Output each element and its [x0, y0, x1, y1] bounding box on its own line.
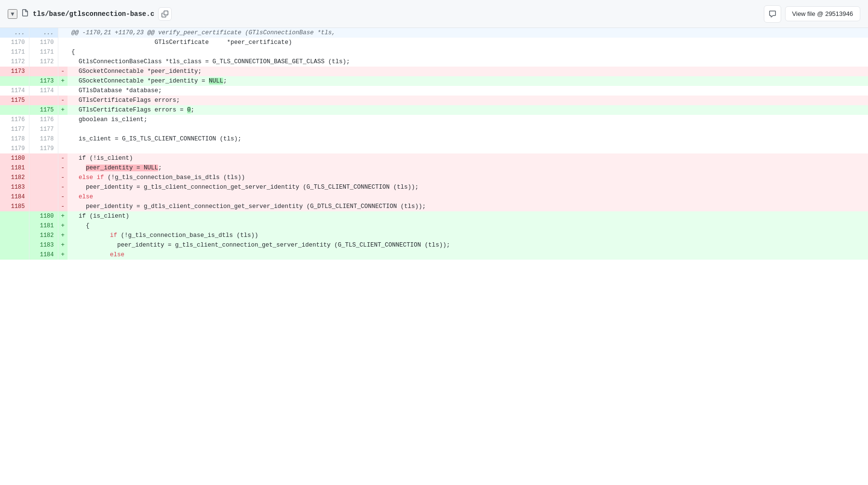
new-line-num — [29, 67, 58, 76]
new-line-num: 1173 — [29, 76, 58, 86]
code-content: else — [68, 250, 868, 260]
code-content: if (!is_client) — [68, 153, 868, 163]
old-line-num — [0, 76, 29, 86]
new-line-num: 1181 — [29, 221, 58, 231]
diff-sign — [58, 125, 68, 134]
code-content: GTlsDatabase *database; — [68, 86, 868, 96]
hunk-new-line: ... — [29, 28, 58, 38]
old-line-num: 1181 — [0, 163, 29, 173]
comment-button[interactable] — [764, 5, 781, 23]
hunk-sign — [58, 28, 68, 38]
table-row: 1183 - peer_identity = g_tls_client_conn… — [0, 182, 868, 192]
new-line-num: 1171 — [29, 47, 58, 57]
new-line-num: 1170 — [29, 38, 58, 47]
table-row: 1184 + else — [0, 250, 868, 260]
diff-sign: + — [58, 240, 68, 250]
view-file-button[interactable]: View file @ 29513946 — [785, 6, 860, 21]
old-line-num: 1179 — [0, 144, 29, 153]
old-line-num: 1176 — [0, 115, 29, 125]
old-line-num — [0, 250, 29, 260]
header-left: ▼ tls/base/gtlsconnection-base.c — [8, 7, 172, 21]
diff-sign: - — [58, 192, 68, 202]
diff-sign: - — [58, 173, 68, 182]
code-content: is_client = G_IS_TLS_CLIENT_CONNECTION (… — [68, 134, 868, 144]
new-line-num — [29, 192, 58, 202]
table-row: 1176 1176 gboolean is_client; — [0, 115, 868, 125]
old-line-num — [0, 231, 29, 240]
table-row: 1170 1170 GTlsCertificate *peer_certific… — [0, 38, 868, 47]
diff-sign: - — [58, 202, 68, 211]
new-line-num — [29, 202, 58, 211]
old-line-num: 1173 — [0, 67, 29, 76]
code-content: else — [68, 192, 868, 202]
code-content: GTlsCertificateFlags errors = 0; — [68, 105, 868, 115]
table-row: 1175 - GTlsCertificateFlags errors; — [0, 96, 868, 105]
code-content: GSocketConnectable *peer_identity; — [68, 67, 868, 76]
old-line-num: 1183 — [0, 182, 29, 192]
diff-sign — [58, 115, 68, 125]
code-content: { — [68, 47, 868, 57]
code-content: gboolean is_client; — [68, 115, 868, 125]
old-line-num: 1185 — [0, 202, 29, 211]
diff-sign — [58, 134, 68, 144]
diff-sign: - — [58, 96, 68, 105]
table-row: 1185 - peer_identity = g_dtls_client_con… — [0, 202, 868, 211]
code-content: GTlsCertificateFlags errors; — [68, 96, 868, 105]
collapse-icon: ▼ — [10, 11, 15, 17]
code-content — [68, 144, 868, 153]
old-line-num: 1175 — [0, 96, 29, 105]
new-line-num — [29, 173, 58, 182]
old-line-num: 1177 — [0, 125, 29, 134]
table-row: 1171 1171 { — [0, 47, 868, 57]
new-line-num: 1179 — [29, 144, 58, 153]
new-line-num: 1178 — [29, 134, 58, 144]
code-content: { — [68, 221, 868, 231]
new-line-num — [29, 153, 58, 163]
old-line-num: 1172 — [0, 57, 29, 67]
code-content: peer_identity = g_tls_client_connection_… — [68, 240, 868, 250]
code-content: GSocketConnectable *peer_identity = NULL… — [68, 76, 868, 86]
diff-container: ... ... @@ -1170,21 +1170,23 @@ verify_p… — [0, 28, 868, 485]
diff-table: ... ... @@ -1170,21 +1170,23 @@ verify_p… — [0, 28, 868, 260]
table-row: 1181 + { — [0, 221, 868, 231]
diff-sign: - — [58, 153, 68, 163]
copy-path-button[interactable] — [158, 7, 172, 21]
table-row: 1173 - GSocketConnectable *peer_identity… — [0, 67, 868, 76]
code-content: peer_identity = NULL; — [68, 163, 868, 173]
diff-header: ▼ tls/base/gtlsconnection-base.c View fi… — [0, 0, 868, 28]
diff-sign: + — [58, 221, 68, 231]
new-line-num — [29, 182, 58, 192]
code-content: peer_identity = g_tls_client_connection_… — [68, 182, 868, 192]
hunk-text: @@ -1170,21 +1170,23 @@ verify_peer_cert… — [68, 28, 868, 38]
new-line-num: 1176 — [29, 115, 58, 125]
collapse-button[interactable]: ▼ — [8, 9, 17, 19]
table-row: 1183 + peer_identity = g_tls_client_conn… — [0, 240, 868, 250]
new-line-num: 1172 — [29, 57, 58, 67]
diff-sign: + — [58, 76, 68, 86]
hunk-old-line: ... — [0, 28, 29, 38]
old-line-num — [0, 240, 29, 250]
new-line-num: 1180 — [29, 211, 58, 221]
table-row: 1172 1172 GtlsConnectionBaseClass *tls_c… — [0, 57, 868, 67]
old-line-num: 1180 — [0, 153, 29, 163]
new-line-num: 1184 — [29, 250, 58, 260]
code-content: if (!g_tls_connection_base_is_dtls (tls)… — [68, 231, 868, 240]
diff-sign: - — [58, 67, 68, 76]
old-line-num: 1171 — [0, 47, 29, 57]
table-row: 1182 - else if (!g_tls_connection_base_i… — [0, 173, 868, 182]
old-line-num — [0, 105, 29, 115]
table-row: 1182 + if (!g_tls_connection_base_is_dtl… — [0, 231, 868, 240]
code-content: GTlsCertificate *peer_certificate) — [68, 38, 868, 47]
table-row: 1180 + if (is_client) — [0, 211, 868, 221]
table-row: 1180 - if (!is_client) — [0, 153, 868, 163]
diff-sign — [58, 47, 68, 57]
diff-sign: + — [58, 105, 68, 115]
old-line-num: 1174 — [0, 86, 29, 96]
new-line-num — [29, 163, 58, 173]
table-row: 1179 1179 — [0, 144, 868, 153]
old-line-num — [0, 211, 29, 221]
new-line-num — [29, 96, 58, 105]
new-line-num: 1177 — [29, 125, 58, 134]
new-line-num: 1183 — [29, 240, 58, 250]
new-line-num: 1175 — [29, 105, 58, 115]
